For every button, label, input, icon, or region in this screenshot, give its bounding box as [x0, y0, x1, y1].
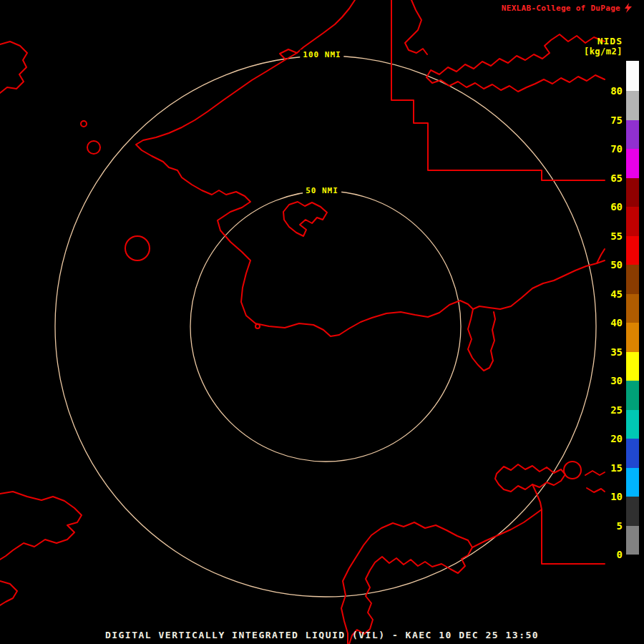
range-ring-label-100nmi: 100 NMI	[300, 50, 343, 59]
colorbar-tick-25: 25	[592, 404, 623, 416]
colorbar-segment-10-15	[626, 468, 639, 497]
colorbar-segment-75-80	[626, 91, 639, 120]
colorbar-tick-60: 60	[592, 200, 623, 213]
island-circle-west	[125, 236, 150, 260]
colorbar-segment-55-60	[626, 207, 639, 236]
colorbar-tick-55: 55	[592, 230, 623, 243]
island-circle-northwest	[87, 141, 100, 154]
brand: NEXLAB-College of DuPage	[502, 3, 633, 13]
radar-map	[0, 0, 644, 644]
range-rings	[55, 56, 596, 597]
coastline-left-blob	[0, 42, 27, 93]
lightning-logo-icon	[624, 3, 633, 13]
coastline-south-east-arm	[472, 509, 542, 547]
colorbar-segment-35-40	[626, 323, 639, 352]
colorbar-tick-75: 75	[592, 114, 623, 127]
colorbar-tick-20: 20	[592, 432, 623, 445]
product-caption: DIGITAL VERTICALLY INTEGRATED LIQUID (VI…	[0, 630, 644, 640]
colorbar-segment-20-25	[626, 410, 639, 439]
colorbar-tick-50: 50	[592, 258, 623, 271]
range-ring-100nmi	[55, 56, 596, 597]
coastal-inlet	[468, 309, 495, 371]
colorbar-tick-10: 10	[592, 490, 623, 503]
colorbar-segment-80+	[626, 61, 639, 91]
colorbar-title: NIDS	[597, 36, 623, 47]
coastline-southwest	[0, 492, 82, 560]
colorbar-tick-65: 65	[592, 172, 623, 185]
colorbar-segment-70-75	[626, 120, 639, 150]
colorbar-tick-15: 15	[592, 462, 623, 474]
southeast-island-tail	[532, 484, 542, 509]
coastline-top-hook	[405, 0, 427, 54]
colorbar-segment-65-70	[626, 149, 639, 178]
range-ring-label-50nmi: 50 NMI	[303, 186, 341, 195]
colorbar-tick-40: 40	[592, 316, 623, 329]
colorbar-tick-0: 0	[592, 548, 623, 561]
colorbar-segment-15-20	[626, 439, 639, 468]
island-cluster	[283, 202, 327, 236]
range-ring-50nmi	[190, 191, 461, 462]
brand-link[interactable]: NEXLAB-College of DuPage	[502, 4, 620, 13]
colorbar-tick-5: 5	[592, 519, 623, 532]
colorbar-segment-40-45	[626, 294, 639, 323]
island-dot-center	[255, 324, 260, 328]
colorbar-units: [kg/m2]	[584, 47, 623, 57]
colorbar-segment-60-65	[626, 178, 639, 208]
colorbar-segment-30-35	[626, 352, 639, 381]
colorbar-segment-25-30	[626, 381, 639, 410]
county-boundary-top	[391, 0, 605, 180]
colorbar-segment-45-50	[626, 265, 639, 294]
colorbar-tick-45: 45	[592, 288, 623, 301]
coastline-south-landmass	[341, 522, 472, 644]
colorbar-tick-30: 30	[592, 374, 623, 387]
colorbar-strip	[626, 61, 639, 555]
map-outlines	[0, 0, 605, 644]
island-circle-southeast	[564, 462, 581, 479]
colorbar-tick-35: 35	[592, 346, 623, 358]
colorbar-tick-80: 80	[592, 84, 623, 97]
coastline-southwest-wiggle	[0, 581, 17, 605]
southeast-island	[495, 464, 565, 492]
colorbar-segment-0-5	[626, 526, 639, 555]
colorbar-segment-50-55	[626, 236, 639, 265]
island-mark-northwest	[81, 121, 87, 127]
colorbar-tick-70: 70	[592, 142, 623, 155]
radar-display: NEXLAB-College of DuPage NIDS [kg/m2] 80…	[0, 0, 644, 644]
coastline-main	[136, 0, 605, 336]
colorbar-segment-5-10	[626, 497, 639, 526]
coastline-northeast	[426, 34, 605, 92]
